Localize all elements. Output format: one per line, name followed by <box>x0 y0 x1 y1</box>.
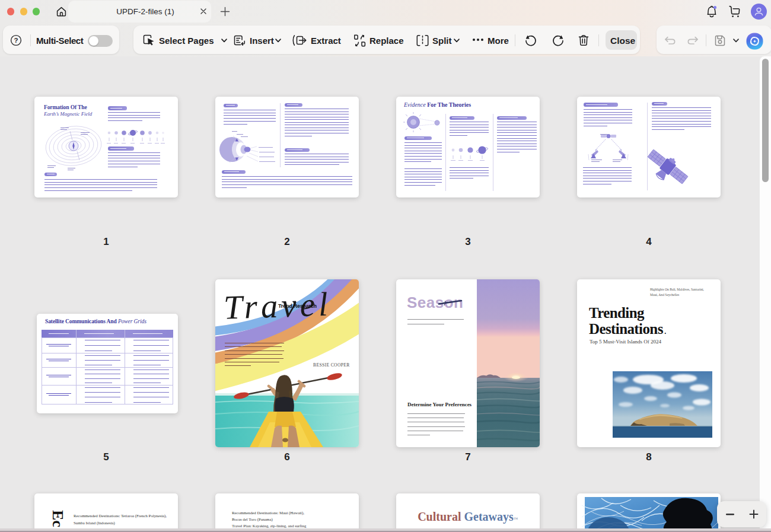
svg-text:?: ? <box>14 37 18 44</box>
